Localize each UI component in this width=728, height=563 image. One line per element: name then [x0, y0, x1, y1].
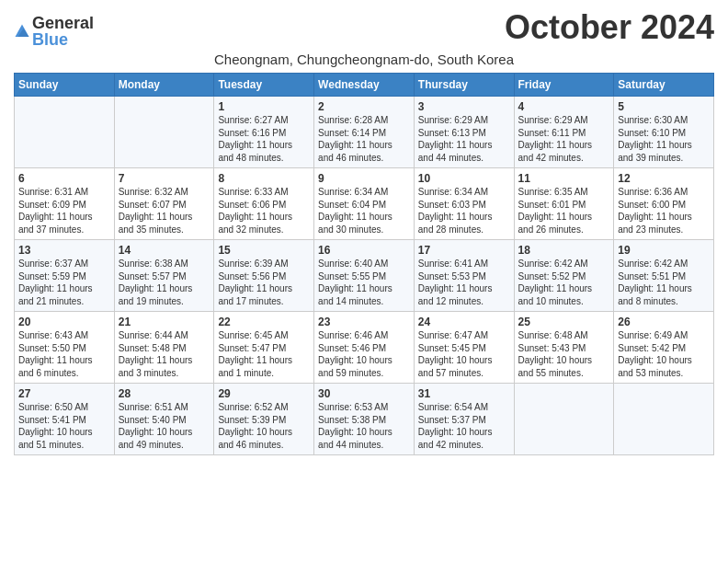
day-number: 18 — [518, 244, 610, 257]
cell-sun-info: Sunrise: 6:45 AM Sunset: 5:47 PM Dayligh… — [218, 329, 310, 379]
calendar-cell: 24Sunrise: 6:47 AM Sunset: 5:45 PM Dayli… — [414, 312, 514, 384]
calendar-week-row: 1Sunrise: 6:27 AM Sunset: 6:16 PM Daylig… — [15, 97, 714, 168]
cell-sun-info: Sunrise: 6:30 AM Sunset: 6:10 PM Dayligh… — [618, 114, 710, 164]
cell-sun-info: Sunrise: 6:54 AM Sunset: 5:37 PM Dayligh… — [418, 401, 510, 451]
logo-blue-text: Blue — [32, 31, 94, 48]
day-number: 22 — [218, 316, 310, 328]
calendar-cell: 22Sunrise: 6:45 AM Sunset: 5:47 PM Dayli… — [214, 312, 314, 384]
day-number: 7 — [119, 172, 210, 185]
calendar-cell — [15, 97, 115, 168]
cell-sun-info: Sunrise: 6:40 AM Sunset: 5:55 PM Dayligh… — [318, 258, 410, 307]
day-number: 2 — [318, 100, 410, 113]
cell-sun-info: Sunrise: 6:51 AM Sunset: 5:40 PM Dayligh… — [119, 401, 210, 451]
day-number: 9 — [318, 172, 410, 185]
cell-sun-info: Sunrise: 6:46 AM Sunset: 5:46 PM Dayligh… — [318, 329, 410, 379]
weekday-header-saturday: Saturday — [614, 74, 714, 97]
calendar-cell: 14Sunrise: 6:38 AM Sunset: 5:57 PM Dayli… — [114, 240, 214, 312]
cell-sun-info: Sunrise: 6:37 AM Sunset: 5:59 PM Dayligh… — [18, 258, 110, 307]
cell-sun-info: Sunrise: 6:29 AM Sunset: 6:11 PM Dayligh… — [518, 114, 610, 164]
calendar-cell: 21Sunrise: 6:44 AM Sunset: 5:48 PM Dayli… — [114, 312, 214, 384]
cell-sun-info: Sunrise: 6:34 AM Sunset: 6:04 PM Dayligh… — [318, 186, 410, 236]
logo-icon — [14, 23, 30, 40]
calendar-cell: 20Sunrise: 6:43 AM Sunset: 5:50 PM Dayli… — [15, 312, 115, 384]
cell-sun-info: Sunrise: 6:44 AM Sunset: 5:48 PM Dayligh… — [119, 329, 210, 379]
weekday-header-sunday: Sunday — [15, 74, 115, 97]
day-number: 6 — [18, 172, 110, 185]
day-number: 28 — [119, 387, 210, 400]
logo: General Blue — [14, 9, 94, 48]
calendar-cell — [114, 97, 214, 168]
calendar-cell: 15Sunrise: 6:39 AM Sunset: 5:56 PM Dayli… — [214, 240, 314, 312]
calendar-cell: 29Sunrise: 6:52 AM Sunset: 5:39 PM Dayli… — [214, 384, 314, 455]
calendar-cell: 16Sunrise: 6:40 AM Sunset: 5:55 PM Dayli… — [314, 240, 415, 312]
day-number: 30 — [318, 387, 410, 400]
calendar-cell: 26Sunrise: 6:49 AM Sunset: 5:42 PM Dayli… — [614, 312, 714, 384]
calendar-cell: 4Sunrise: 6:29 AM Sunset: 6:11 PM Daylig… — [514, 97, 614, 168]
day-number: 23 — [318, 316, 410, 328]
calendar-cell: 10Sunrise: 6:34 AM Sunset: 6:03 PM Dayli… — [414, 168, 514, 240]
day-number: 4 — [518, 100, 610, 113]
day-number: 15 — [218, 244, 310, 257]
day-number: 3 — [418, 100, 510, 113]
day-number: 11 — [518, 172, 610, 185]
day-number: 21 — [119, 316, 210, 328]
day-number: 26 — [618, 316, 710, 328]
cell-sun-info: Sunrise: 6:33 AM Sunset: 6:06 PM Dayligh… — [218, 186, 310, 236]
day-number: 20 — [18, 316, 110, 328]
day-number: 1 — [218, 100, 310, 113]
cell-sun-info: Sunrise: 6:42 AM Sunset: 5:51 PM Dayligh… — [618, 258, 710, 307]
calendar-cell: 17Sunrise: 6:41 AM Sunset: 5:53 PM Dayli… — [414, 240, 514, 312]
header: General Blue October 2024 — [14, 9, 714, 48]
day-number: 14 — [119, 244, 210, 257]
calendar-cell: 25Sunrise: 6:48 AM Sunset: 5:43 PM Dayli… — [514, 312, 614, 384]
day-number: 25 — [518, 316, 610, 328]
calendar-week-row: 13Sunrise: 6:37 AM Sunset: 5:59 PM Dayli… — [15, 240, 714, 312]
calendar-cell: 12Sunrise: 6:36 AM Sunset: 6:00 PM Dayli… — [614, 168, 714, 240]
cell-sun-info: Sunrise: 6:32 AM Sunset: 6:07 PM Dayligh… — [119, 186, 210, 236]
calendar-week-row: 27Sunrise: 6:50 AM Sunset: 5:41 PM Dayli… — [15, 384, 714, 455]
cell-sun-info: Sunrise: 6:31 AM Sunset: 6:09 PM Dayligh… — [18, 186, 110, 236]
calendar-cell — [614, 384, 714, 455]
calendar-cell: 3Sunrise: 6:29 AM Sunset: 6:13 PM Daylig… — [414, 97, 514, 168]
calendar-cell: 13Sunrise: 6:37 AM Sunset: 5:59 PM Dayli… — [15, 240, 115, 312]
calendar-cell: 28Sunrise: 6:51 AM Sunset: 5:40 PM Dayli… — [114, 384, 214, 455]
weekday-header-tuesday: Tuesday — [214, 74, 314, 97]
day-number: 29 — [218, 387, 310, 400]
logo-general-text: General — [32, 15, 94, 31]
calendar-cell: 18Sunrise: 6:42 AM Sunset: 5:52 PM Dayli… — [514, 240, 614, 312]
calendar-cell — [514, 384, 614, 455]
calendar-cell: 7Sunrise: 6:32 AM Sunset: 6:07 PM Daylig… — [114, 168, 214, 240]
weekday-header-thursday: Thursday — [414, 74, 514, 97]
cell-sun-info: Sunrise: 6:35 AM Sunset: 6:01 PM Dayligh… — [518, 186, 610, 236]
calendar-cell: 11Sunrise: 6:35 AM Sunset: 6:01 PM Dayli… — [514, 168, 614, 240]
cell-sun-info: Sunrise: 6:28 AM Sunset: 6:14 PM Dayligh… — [318, 114, 410, 164]
calendar-cell: 2Sunrise: 6:28 AM Sunset: 6:14 PM Daylig… — [314, 97, 415, 168]
day-number: 31 — [418, 387, 510, 400]
day-number: 16 — [318, 244, 410, 257]
calendar-cell: 30Sunrise: 6:53 AM Sunset: 5:38 PM Dayli… — [314, 384, 415, 455]
cell-sun-info: Sunrise: 6:50 AM Sunset: 5:41 PM Dayligh… — [18, 401, 110, 451]
day-number: 13 — [18, 244, 110, 257]
weekday-header-wednesday: Wednesday — [314, 74, 415, 97]
cell-sun-info: Sunrise: 6:52 AM Sunset: 5:39 PM Dayligh… — [218, 401, 310, 451]
day-number: 5 — [618, 100, 710, 113]
cell-sun-info: Sunrise: 6:49 AM Sunset: 5:42 PM Dayligh… — [618, 329, 710, 379]
calendar-cell: 9Sunrise: 6:34 AM Sunset: 6:04 PM Daylig… — [314, 168, 415, 240]
cell-sun-info: Sunrise: 6:38 AM Sunset: 5:57 PM Dayligh… — [119, 258, 210, 307]
calendar-cell: 1Sunrise: 6:27 AM Sunset: 6:16 PM Daylig… — [214, 97, 314, 168]
location-subtitle: Cheongnam, Chungcheongnam-do, South Kore… — [14, 52, 714, 67]
cell-sun-info: Sunrise: 6:43 AM Sunset: 5:50 PM Dayligh… — [18, 329, 110, 379]
cell-sun-info: Sunrise: 6:36 AM Sunset: 6:00 PM Dayligh… — [618, 186, 710, 236]
weekday-header-friday: Friday — [514, 74, 614, 97]
weekday-header-row: SundayMondayTuesdayWednesdayThursdayFrid… — [15, 74, 714, 97]
calendar-table: SundayMondayTuesdayWednesdayThursdayFrid… — [14, 73, 714, 455]
calendar-cell: 23Sunrise: 6:46 AM Sunset: 5:46 PM Dayli… — [314, 312, 415, 384]
calendar-cell: 31Sunrise: 6:54 AM Sunset: 5:37 PM Dayli… — [414, 384, 514, 455]
cell-sun-info: Sunrise: 6:34 AM Sunset: 6:03 PM Dayligh… — [418, 186, 510, 236]
cell-sun-info: Sunrise: 6:39 AM Sunset: 5:56 PM Dayligh… — [218, 258, 310, 307]
calendar-cell: 27Sunrise: 6:50 AM Sunset: 5:41 PM Dayli… — [15, 384, 115, 455]
cell-sun-info: Sunrise: 6:42 AM Sunset: 5:52 PM Dayligh… — [518, 258, 610, 307]
calendar-week-row: 6Sunrise: 6:31 AM Sunset: 6:09 PM Daylig… — [15, 168, 714, 240]
calendar-cell: 8Sunrise: 6:33 AM Sunset: 6:06 PM Daylig… — [214, 168, 314, 240]
cell-sun-info: Sunrise: 6:48 AM Sunset: 5:43 PM Dayligh… — [518, 329, 610, 379]
